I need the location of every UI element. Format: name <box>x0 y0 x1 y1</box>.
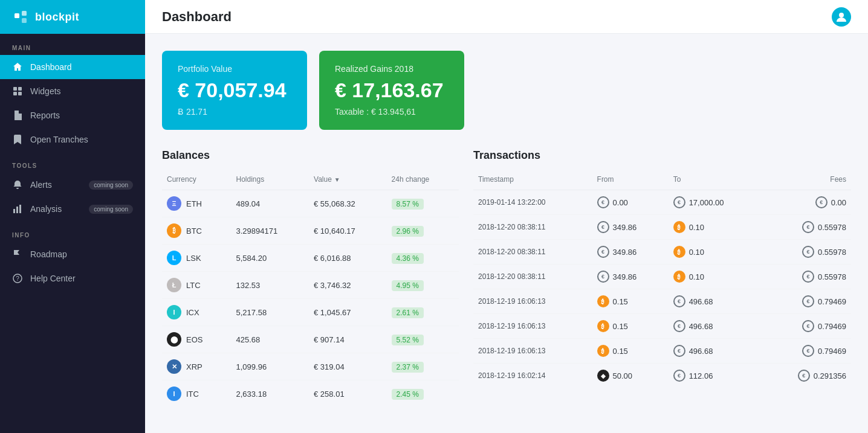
sidebar-item-widgets[interactable]: Widgets <box>0 79 145 103</box>
svg-rect-2 <box>22 18 27 23</box>
tx-from-value: 0.15 <box>613 322 628 331</box>
tx-fee: € 0.291356 <box>762 364 851 388</box>
coin-change: 4.36 % <box>387 245 459 272</box>
euro-icon: € <box>597 221 609 233</box>
table-row: 2018-12-19 16:06:13 ₿ 0.15 € 496.68 € 0.… <box>473 339 851 364</box>
sidebar-item-label: Open Tranches <box>30 135 88 144</box>
tx-to-value: 496.68 <box>689 322 713 331</box>
sidebar-item-analysis[interactable]: Analysis coming soon <box>0 197 145 221</box>
coin-symbol: BTC <box>186 226 202 236</box>
svg-rect-9 <box>19 205 21 213</box>
svg-rect-1 <box>22 11 27 16</box>
sidebar-item-label: Reports <box>30 111 60 120</box>
bar-chart-icon <box>12 204 23 214</box>
table-row: 2018-12-19 16:02:14 ◆ 50.00 € 112.06 € 0… <box>473 364 851 388</box>
tx-fee: € 0.79469 <box>762 314 851 339</box>
grid-icon <box>12 86 23 97</box>
tx-timestamp: 2018-12-20 08:38:11 <box>473 265 592 289</box>
coin-value: € 10,640.17 <box>309 217 387 245</box>
coming-soon-badge-analysis: coming soon <box>89 205 133 214</box>
tx-fee: € 0.00 <box>762 190 851 215</box>
coin-symbol: LSK <box>186 254 201 263</box>
table-row: 2018-12-20 08:38:11 € 349.86 ₿ 0.10 € 0.… <box>473 240 851 265</box>
table-row: Ł LTC 132.53 € 3,746.32 4.95 % <box>162 272 459 299</box>
coin-cell: L LSK <box>162 245 232 272</box>
sidebar-item-open-tranches[interactable]: Open Tranches <box>0 127 145 152</box>
svg-rect-0 <box>15 13 19 18</box>
table-row: L LSK 5,584.20 € 6,016.88 4.36 % <box>162 245 459 272</box>
coin-change: 2.61 % <box>387 299 459 326</box>
sidebar-section-label-info: INFO <box>0 221 145 242</box>
tx-fee-value: 0.55978 <box>818 272 846 281</box>
coin-icon-ltc: Ł <box>167 278 181 292</box>
user-avatar[interactable] <box>832 7 851 27</box>
col-holdings: Holdings <box>232 172 309 190</box>
coin-cell: ⬤ EOS <box>162 326 232 353</box>
sidebar-item-label: Dashboard <box>30 62 72 72</box>
coin-icon-xrp: ✕ <box>167 359 181 374</box>
coin-symbol: XRP <box>186 362 202 371</box>
btc-icon: ₿ <box>673 246 685 258</box>
col-from: From <box>592 172 669 190</box>
coin-holdings: 2,633.18 <box>232 380 309 408</box>
coin-value: € 6,016.88 <box>309 245 387 272</box>
portfolio-card: Portfolio Value € 70,057.94 Ƀ 21.71 <box>162 51 307 130</box>
sidebar-item-alerts[interactable]: Alerts coming soon <box>0 173 145 197</box>
euro-icon: € <box>673 370 685 382</box>
coin-cell: I ITC <box>162 380 232 408</box>
coin-icon-itc: I <box>167 386 181 401</box>
tx-fee-value: 0.79469 <box>818 347 846 356</box>
tx-to: € 496.68 <box>669 289 762 314</box>
portfolio-card-label: Portfolio Value <box>178 64 291 74</box>
coin-change: 5.52 % <box>387 326 459 353</box>
tx-to: ₿ 0.10 <box>669 265 762 289</box>
col-fees: Fees <box>762 172 851 190</box>
tx-timestamp: 2018-12-20 08:38:11 <box>473 215 592 240</box>
euro-icon: € <box>673 295 685 307</box>
tx-from: € 349.86 <box>592 265 669 289</box>
tx-from: ₿ 0.15 <box>592 289 669 314</box>
col-currency: Currency <box>162 172 232 190</box>
col-value[interactable]: Value ▼ <box>309 172 387 190</box>
col-timestamp: Timestamp <box>473 172 592 190</box>
tx-from-value: 0.00 <box>613 198 628 207</box>
sidebar-item-dashboard[interactable]: Dashboard <box>0 55 145 79</box>
sidebar-item-label: Help Center <box>30 274 76 283</box>
sidebar-item-roadmap[interactable]: Roadmap <box>0 242 145 266</box>
gains-card-label: Realized Gains 2018 <box>335 64 449 74</box>
tx-from-value: 349.86 <box>613 272 637 281</box>
tx-timestamp: 2019-01-14 13:22:00 <box>473 190 592 215</box>
cards-row: Portfolio Value € 70,057.94 Ƀ 21.71 Real… <box>162 51 851 130</box>
sidebar-section-info: INFO Roadmap ? Help Center <box>0 221 145 290</box>
file-icon <box>12 110 23 121</box>
svg-rect-3 <box>13 87 17 91</box>
coin-holdings: 489.04 <box>232 190 309 217</box>
coin-value: € 55,068.32 <box>309 190 387 217</box>
coming-soon-badge-alerts: coming soon <box>89 181 133 190</box>
col-to: To <box>669 172 762 190</box>
tx-to: € 112.06 <box>669 364 762 388</box>
euro-icon: € <box>798 370 810 382</box>
page-title: Dashboard <box>162 9 232 25</box>
coin-holdings: 425.68 <box>232 326 309 353</box>
table-row: I ITC 2,633.18 € 258.01 2.45 % <box>162 380 459 408</box>
tx-from-value: 349.86 <box>613 248 637 257</box>
coin-holdings: 5,217.58 <box>232 299 309 326</box>
col-change: 24h change <box>387 172 459 190</box>
sidebar-section-label-main: MAIN <box>0 34 145 55</box>
tx-to-value: 0.10 <box>689 272 704 281</box>
balances-section: Balances Currency Holdings Value ▼ <box>162 149 459 407</box>
sidebar: blockpit MAIN Dashboard Widgets Reports <box>0 0 145 433</box>
sidebar-item-reports[interactable]: Reports <box>0 103 145 127</box>
flag-icon <box>12 249 23 260</box>
euro-icon: € <box>815 196 828 208</box>
gains-card-value: € 17,163.67 <box>335 79 449 102</box>
sidebar-item-help-center[interactable]: ? Help Center <box>0 266 145 290</box>
coin-icon-eos: ⬤ <box>167 332 181 347</box>
sort-icon: ▼ <box>334 176 340 183</box>
sidebar-item-label: Analysis <box>30 204 62 214</box>
coin-holdings: 1,099.96 <box>232 353 309 380</box>
coin-change: 2.37 % <box>387 353 459 380</box>
coin-value: € 907.14 <box>309 326 387 353</box>
euro-icon: € <box>802 295 814 307</box>
